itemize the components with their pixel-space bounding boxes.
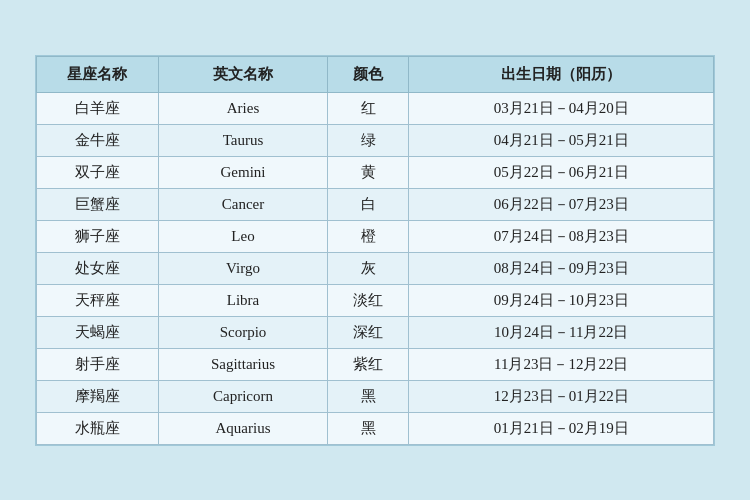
cell-color: 深红 xyxy=(328,316,409,348)
header-english: 英文名称 xyxy=(158,56,327,92)
cell-color: 绿 xyxy=(328,124,409,156)
table-row: 巨蟹座Cancer白06月22日－07月23日 xyxy=(37,188,714,220)
cell-english: Aries xyxy=(158,92,327,124)
table-row: 天蝎座Scorpio深红10月24日－11月22日 xyxy=(37,316,714,348)
cell-english: Scorpio xyxy=(158,316,327,348)
cell-date: 01月21日－02月19日 xyxy=(409,412,714,444)
cell-color: 淡红 xyxy=(328,284,409,316)
cell-color: 红 xyxy=(328,92,409,124)
cell-date: 05月22日－06月21日 xyxy=(409,156,714,188)
table-row: 狮子座Leo橙07月24日－08月23日 xyxy=(37,220,714,252)
zodiac-table: 星座名称 英文名称 颜色 出生日期（阳历） 白羊座Aries红03月21日－04… xyxy=(36,56,714,445)
cell-date: 06月22日－07月23日 xyxy=(409,188,714,220)
cell-date: 04月21日－05月21日 xyxy=(409,124,714,156)
cell-chinese: 处女座 xyxy=(37,252,159,284)
cell-color: 黑 xyxy=(328,412,409,444)
table-row: 白羊座Aries红03月21日－04月20日 xyxy=(37,92,714,124)
cell-chinese: 白羊座 xyxy=(37,92,159,124)
cell-color: 橙 xyxy=(328,220,409,252)
cell-english: Capricorn xyxy=(158,380,327,412)
table-row: 金牛座Taurus绿04月21日－05月21日 xyxy=(37,124,714,156)
cell-date: 12月23日－01月22日 xyxy=(409,380,714,412)
cell-date: 08月24日－09月23日 xyxy=(409,252,714,284)
zodiac-table-container: 星座名称 英文名称 颜色 出生日期（阳历） 白羊座Aries红03月21日－04… xyxy=(35,55,715,446)
table-row: 天秤座Libra淡红09月24日－10月23日 xyxy=(37,284,714,316)
table-header-row: 星座名称 英文名称 颜色 出生日期（阳历） xyxy=(37,56,714,92)
cell-chinese: 双子座 xyxy=(37,156,159,188)
cell-color: 紫红 xyxy=(328,348,409,380)
table-row: 双子座Gemini黄05月22日－06月21日 xyxy=(37,156,714,188)
cell-english: Gemini xyxy=(158,156,327,188)
cell-chinese: 射手座 xyxy=(37,348,159,380)
table-row: 射手座Sagittarius紫红11月23日－12月22日 xyxy=(37,348,714,380)
header-color: 颜色 xyxy=(328,56,409,92)
header-date: 出生日期（阳历） xyxy=(409,56,714,92)
cell-chinese: 巨蟹座 xyxy=(37,188,159,220)
table-row: 水瓶座Aquarius黑01月21日－02月19日 xyxy=(37,412,714,444)
cell-color: 黑 xyxy=(328,380,409,412)
cell-color: 白 xyxy=(328,188,409,220)
cell-chinese: 摩羯座 xyxy=(37,380,159,412)
cell-english: Cancer xyxy=(158,188,327,220)
cell-english: Virgo xyxy=(158,252,327,284)
cell-english: Leo xyxy=(158,220,327,252)
cell-english: Aquarius xyxy=(158,412,327,444)
table-row: 处女座Virgo灰08月24日－09月23日 xyxy=(37,252,714,284)
table-row: 摩羯座Capricorn黑12月23日－01月22日 xyxy=(37,380,714,412)
cell-color: 黄 xyxy=(328,156,409,188)
cell-chinese: 天蝎座 xyxy=(37,316,159,348)
cell-color: 灰 xyxy=(328,252,409,284)
cell-chinese: 金牛座 xyxy=(37,124,159,156)
cell-date: 10月24日－11月22日 xyxy=(409,316,714,348)
cell-chinese: 天秤座 xyxy=(37,284,159,316)
cell-date: 11月23日－12月22日 xyxy=(409,348,714,380)
cell-chinese: 水瓶座 xyxy=(37,412,159,444)
cell-english: Libra xyxy=(158,284,327,316)
cell-date: 07月24日－08月23日 xyxy=(409,220,714,252)
cell-english: Sagittarius xyxy=(158,348,327,380)
cell-chinese: 狮子座 xyxy=(37,220,159,252)
cell-english: Taurus xyxy=(158,124,327,156)
cell-date: 03月21日－04月20日 xyxy=(409,92,714,124)
header-chinese: 星座名称 xyxy=(37,56,159,92)
cell-date: 09月24日－10月23日 xyxy=(409,284,714,316)
